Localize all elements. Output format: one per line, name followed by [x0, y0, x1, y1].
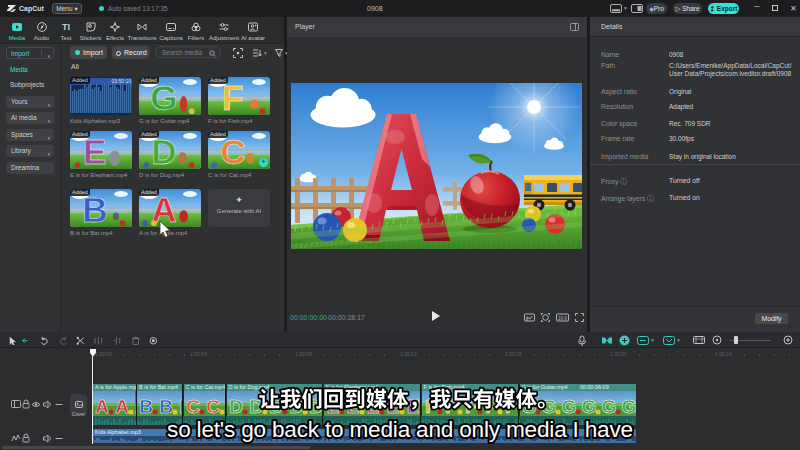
- svg-text:so let's go back to media and: so let's go back to media and only media…: [167, 417, 633, 442]
